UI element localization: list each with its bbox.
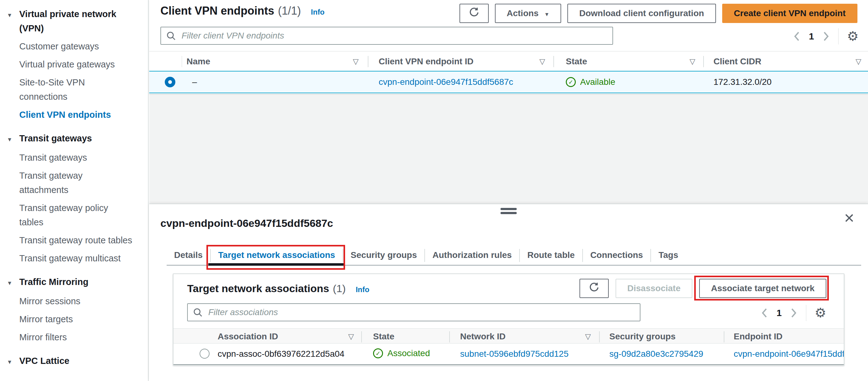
row-radio-unselected[interactable] — [199, 349, 210, 359]
tab-target-network-associations[interactable]: Target network associations — [211, 246, 343, 265]
column-divider — [703, 56, 704, 67]
column-header-endpoint-id[interactable]: Client VPN endpoint ID — [379, 57, 473, 66]
chevron-right-icon[interactable] — [822, 31, 830, 42]
disassociate-button[interactable]: Disassociate — [616, 279, 692, 298]
info-link[interactable]: Info — [311, 8, 324, 17]
tab-label: Target network associations — [218, 250, 335, 260]
associations-filter — [187, 303, 641, 321]
endpoints-filter-input[interactable] — [160, 27, 613, 45]
chevron-right-icon[interactable] — [789, 308, 798, 318]
actions-button-label: Actions — [507, 8, 539, 18]
column-header-network-id[interactable]: Network ID — [460, 331, 505, 342]
column-header-name[interactable]: Name — [187, 57, 210, 66]
sidebar-section-vpc-lattice: VPC Lattice — [7, 354, 138, 369]
drag-handle-bar — [500, 212, 517, 214]
column-divider — [361, 331, 362, 343]
cell-endpoint-id-link[interactable]: cvpn-endpoint-06e947f15ddf5687c — [734, 349, 844, 359]
cell-endpoint-id-link[interactable]: cvpn-endpoint-06e947f15ddf5687c — [379, 77, 513, 87]
status-available-icon — [566, 77, 576, 87]
search-icon — [166, 31, 176, 42]
page-title: Client VPN endpoints — [160, 4, 274, 18]
tab-authorization-rules[interactable]: Authorization rules — [425, 246, 519, 265]
card-header: Target network associations (1) Info — [187, 283, 369, 295]
sidebar-item-transit-gateways[interactable]: Transit gateways — [19, 150, 132, 165]
panel-drag-handle[interactable] — [500, 208, 517, 216]
sort-icon[interactable] — [689, 57, 695, 66]
sort-icon[interactable] — [856, 57, 861, 66]
toolbar: Actions Download client configuration Cr… — [460, 4, 858, 23]
sidebar-item-transit-gateway-multicast[interactable]: Transit gateway multicast — [19, 251, 132, 265]
tab-route-table[interactable]: Route table — [520, 246, 582, 265]
sidebar-item-mirror-targets[interactable]: Mirror targets — [19, 312, 132, 326]
cell-security-group-link[interactable]: sg-09d2a80e3c2795429 — [609, 349, 703, 359]
column-header-state[interactable]: State — [566, 57, 587, 66]
sidebar-header-transit-gateways[interactable]: Transit gateways — [7, 131, 138, 147]
current-page[interactable]: 1 — [809, 31, 814, 42]
column-header-security-groups[interactable]: Security groups — [609, 331, 676, 342]
current-page[interactable]: 1 — [777, 308, 782, 318]
chevron-left-icon[interactable] — [761, 308, 769, 318]
tab-tags[interactable]: Tags — [651, 246, 685, 265]
collapse-triangle-icon — [7, 275, 12, 290]
sidebar-section-transit-gateways: Transit gateways Transit gateways Transi… — [7, 131, 138, 265]
associations-filter-input[interactable] — [187, 303, 641, 321]
sidebar-item-mirror-sessions[interactable]: Mirror sessions — [19, 294, 132, 308]
sidebar-header-vpc-lattice[interactable]: VPC Lattice — [7, 354, 138, 369]
tab-connections[interactable]: Connections — [583, 246, 651, 265]
column-divider — [182, 56, 182, 67]
column-header-association-id[interactable]: Association ID — [218, 331, 278, 342]
collapse-triangle-icon — [7, 354, 12, 369]
collapse-triangle-icon — [7, 131, 12, 147]
endpoint-detail-panel: cvpn-endpoint-06e947f15ddf5687c Details … — [149, 203, 868, 381]
associate-target-network-button[interactable]: Associate target network — [699, 279, 826, 298]
sidebar-item-mirror-filters[interactable]: Mirror filters — [19, 330, 132, 344]
tab-security-groups[interactable]: Security groups — [343, 246, 424, 265]
cell-client-cidr: 172.31.32.0/20 — [713, 77, 772, 87]
sidebar-item-transit-gateway-route-tables[interactable]: Transit gateway route tables — [19, 233, 132, 247]
sidebar-header-traffic-mirroring[interactable]: Traffic Mirroring — [7, 275, 138, 290]
settings-gear-icon[interactable] — [847, 30, 859, 43]
status-badge: Associated — [373, 348, 430, 358]
create-client-vpn-endpoint-button[interactable]: Create client VPN endpoint — [722, 4, 858, 23]
sidebar-item-customer-gateways[interactable]: Customer gateways — [19, 39, 132, 54]
refresh-button[interactable] — [460, 4, 489, 23]
associate-button-wrap: Associate target network — [699, 279, 826, 298]
settings-gear-icon[interactable] — [814, 307, 826, 319]
close-icon[interactable] — [844, 209, 854, 227]
page-title-row: Client VPN endpoints (1/1) Info — [160, 4, 324, 18]
divider — [806, 305, 806, 321]
sidebar-item-transit-gateway-attachments[interactable]: Transit gateway attachments — [19, 168, 132, 197]
sidebar-item-virtual-private-gateways[interactable]: Virtual private gateways — [19, 57, 132, 71]
sort-icon[interactable] — [585, 332, 591, 341]
card-title: Target network associations — [187, 283, 329, 295]
sidebar-items: Transit gateways Transit gateway attachm… — [19, 150, 138, 265]
search-icon — [193, 307, 203, 319]
sort-icon[interactable] — [353, 57, 359, 66]
sidebar-item-transit-gateway-policy-tables[interactable]: Transit gateway policy tables — [19, 201, 132, 229]
tab-details[interactable]: Details — [167, 246, 210, 265]
sidebar-header-vpn[interactable]: Virtual private network (VPN) — [7, 7, 138, 35]
table-row[interactable]: cvpn-assoc-0bf639762212d5a04 Associated … — [174, 344, 844, 365]
row-radio-selected[interactable] — [165, 77, 175, 87]
column-header-client-cidr[interactable]: Client CIDR — [713, 57, 762, 66]
status-badge: Available — [566, 77, 615, 87]
sort-icon[interactable] — [348, 332, 354, 341]
chevron-left-icon[interactable] — [793, 31, 801, 42]
sidebar-header-label: Traffic Mirroring — [19, 275, 88, 290]
column-header-endpoint-id[interactable]: Endpoint ID — [734, 331, 782, 342]
download-client-configuration-button[interactable]: Download client configuration — [567, 4, 716, 23]
table-row[interactable]: – cvpn-endpoint-06e947f15ddf5687c Availa… — [149, 71, 868, 93]
sidebar-section-vpn: Virtual private network (VPN) Customer g… — [7, 7, 138, 122]
status-label: Associated — [388, 348, 430, 358]
column-header-state[interactable]: State — [373, 331, 394, 342]
sort-icon[interactable] — [539, 57, 545, 66]
actions-button[interactable]: Actions — [495, 4, 561, 23]
refresh-icon — [589, 282, 600, 295]
sidebar-item-client-vpn-endpoints[interactable]: Client VPN endpoints — [19, 107, 132, 122]
cell-network-id-link[interactable]: subnet-0596ebfd975cdd125 — [460, 349, 569, 359]
column-divider — [553, 56, 554, 67]
sidebar: Virtual private network (VPN) Customer g… — [0, 0, 149, 381]
refresh-button[interactable] — [580, 279, 609, 298]
sidebar-item-site-to-site-vpn-connections[interactable]: Site-to-Site VPN connections — [19, 75, 132, 104]
info-link[interactable]: Info — [355, 285, 369, 294]
